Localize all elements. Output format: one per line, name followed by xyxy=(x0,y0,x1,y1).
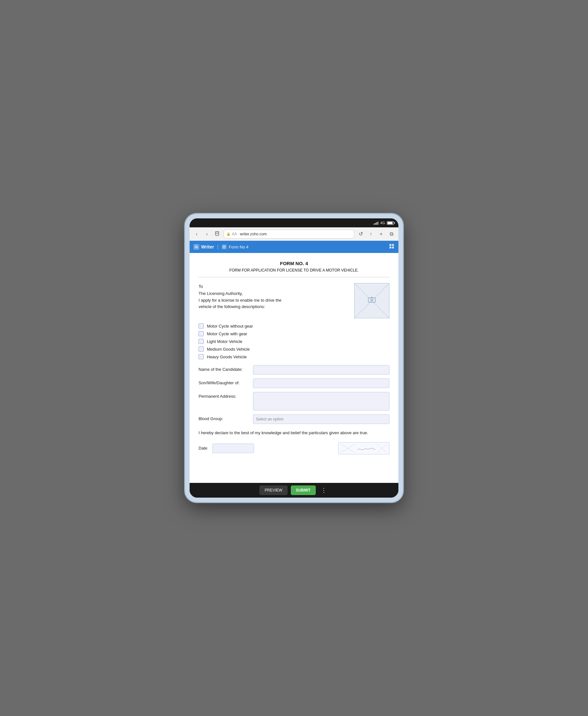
network-label: 4G xyxy=(380,221,385,225)
checkbox-label-2: Motor Cycle with gear xyxy=(207,332,247,336)
photo-icon xyxy=(368,297,376,305)
address-line-3: I apply for a license to enable me to dr… xyxy=(198,297,288,310)
address-label: Permanent Address: xyxy=(198,392,250,399)
checkbox-item-5[interactable]: Heavy Goods Vehicle xyxy=(198,354,390,359)
status-bar: 4G xyxy=(190,218,398,227)
date-label: Date xyxy=(198,446,207,450)
bookmark-button[interactable] xyxy=(213,231,221,237)
date-input[interactable] xyxy=(212,443,254,453)
header-divider: | xyxy=(217,244,218,250)
declaration-text: I hereby declare to the best of my knowl… xyxy=(198,430,390,437)
checkbox-item-2[interactable]: Motor Cycle with gear xyxy=(198,331,390,336)
relation-input[interactable] xyxy=(253,379,390,388)
svg-rect-8 xyxy=(392,247,394,249)
app-brand: Writer xyxy=(193,244,214,250)
checkbox-item-3[interactable]: Light Motor Vehicle xyxy=(198,339,390,344)
address-text-block: To The Licensing Authority, I apply for … xyxy=(198,283,288,310)
tablet-frame: 4G ‹ › 🔒 AA writer.zoho.com ↺ ↑ xyxy=(185,214,403,502)
reload-button[interactable]: ↺ xyxy=(357,231,364,237)
checkbox-item-1[interactable]: Motor Cycle without gear xyxy=(198,323,390,329)
form-subtitle: FORM FOR APPLICATION FOR LICENSE TO DRIV… xyxy=(198,268,390,273)
submit-button[interactable]: SUBMIT xyxy=(291,485,316,495)
back-button[interactable]: ‹ xyxy=(193,231,201,237)
field-row-relation: Son/Wife/Daughter of: xyxy=(198,379,390,388)
checkbox-heavy-goods[interactable] xyxy=(198,354,204,359)
form-content: FORM NO. 4 FORM FOR APPLICATION FOR LICE… xyxy=(190,253,398,483)
form-divider xyxy=(198,277,390,277)
forward-button[interactable]: › xyxy=(203,231,211,237)
address-line-1: To xyxy=(198,283,288,290)
field-row-name: Name of the Candidate: xyxy=(198,365,390,375)
checkbox-motorcycle-no-gear[interactable] xyxy=(198,323,204,329)
doc-title: Form No 4 xyxy=(229,245,248,249)
form-title: FORM NO. 4 xyxy=(198,261,390,266)
svg-rect-6 xyxy=(392,244,394,246)
relation-label: Son/Wife/Daughter of: xyxy=(198,379,250,385)
address-bar[interactable]: 🔒 AA writer.zoho.com xyxy=(224,230,354,238)
address-text: AA xyxy=(232,232,237,236)
name-input[interactable] xyxy=(253,365,390,375)
field-row-address: Permanent Address: xyxy=(198,392,390,410)
name-label: Name of the Candidate: xyxy=(198,365,250,372)
svg-point-10 xyxy=(371,299,373,301)
new-tab-button[interactable]: + xyxy=(377,231,385,237)
tablet-inner: 4G ‹ › 🔒 AA writer.zoho.com ↺ ↑ xyxy=(190,218,398,498)
blood-label: Blood Group: xyxy=(198,414,250,421)
writer-label: Writer xyxy=(201,244,214,249)
svg-rect-5 xyxy=(390,244,391,246)
checkbox-light-motor[interactable] xyxy=(198,339,204,344)
signal-bars-icon xyxy=(374,221,379,225)
svg-rect-0 xyxy=(215,232,219,235)
checkbox-label-1: Motor Cycle without gear xyxy=(207,324,253,329)
checkbox-label-5: Heavy Goods Vehicle xyxy=(207,355,247,359)
address-input[interactable] xyxy=(253,392,390,410)
app-header: Writer | Form No 4 xyxy=(190,241,398,253)
signature-svg xyxy=(338,443,389,454)
preview-button[interactable]: PREVIEW xyxy=(259,485,287,495)
form-top-section: To The Licensing Authority, I apply for … xyxy=(198,283,390,318)
svg-rect-9 xyxy=(368,298,375,302)
browser-toolbar: ‹ › 🔒 AA writer.zoho.com ↺ ↑ + ⧉ xyxy=(190,227,398,241)
checkbox-label-3: Light Motor Vehicle xyxy=(207,339,243,344)
writer-icon xyxy=(193,244,199,250)
blood-group-select[interactable]: Select an option A+ A- B+ B- AB+ AB- O+ … xyxy=(253,414,390,424)
tabs-button[interactable]: ⧉ xyxy=(387,231,395,237)
checkbox-medium-goods[interactable] xyxy=(198,346,204,352)
signature-box[interactable] xyxy=(338,442,390,455)
address-line-2: The Licensing Authority, xyxy=(198,290,288,297)
lock-icon: 🔒 xyxy=(226,232,230,236)
form-icon xyxy=(222,244,227,249)
battery-icon xyxy=(387,221,394,225)
grid-icon[interactable] xyxy=(389,244,395,250)
checkbox-motorcycle-gear[interactable] xyxy=(198,331,204,336)
field-row-blood: Blood Group: Select an option A+ A- B+ B… xyxy=(198,414,390,424)
signature-row: Date xyxy=(198,442,390,455)
checkbox-item-4[interactable]: Medium Goods Vehicle xyxy=(198,346,390,352)
photo-placeholder[interactable] xyxy=(354,283,390,318)
bottom-bar: PREVIEW SUBMIT ⋮ xyxy=(190,483,398,498)
svg-rect-7 xyxy=(390,247,391,249)
checkbox-label-4: Medium Goods Vehicle xyxy=(207,347,250,352)
share-button[interactable]: ↑ xyxy=(367,231,375,237)
doc-title-section: Form No 4 xyxy=(222,244,248,249)
url-text: writer.zoho.com xyxy=(240,232,267,236)
more-options-button[interactable]: ⋮ xyxy=(319,485,329,495)
form-fields: Name of the Candidate: Son/Wife/Daughter… xyxy=(198,365,390,424)
vehicle-checkboxes: Motor Cycle without gear Motor Cycle wit… xyxy=(198,323,390,359)
status-bar-icons: 4G xyxy=(374,221,394,225)
